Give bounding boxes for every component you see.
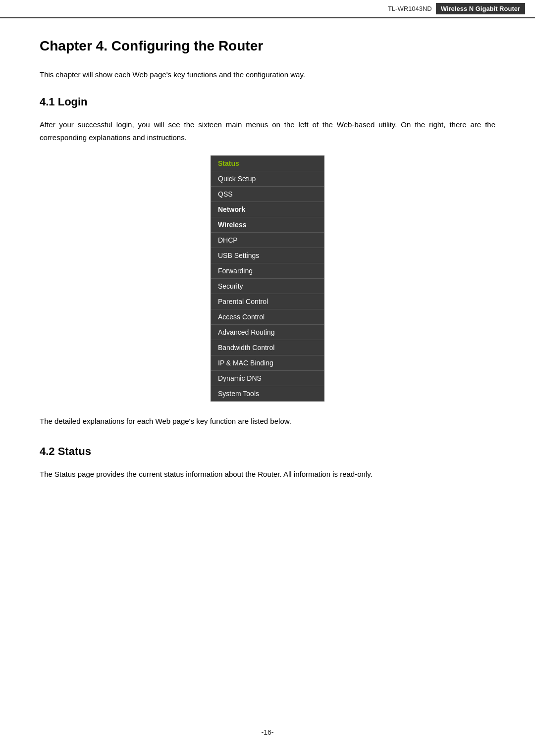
menu-screenshot: StatusQuick SetupQSSNetworkWirelessDHCPU… — [40, 155, 495, 402]
menu-item-qss[interactable]: QSS — [211, 187, 324, 202]
page-footer: -16- — [0, 728, 535, 736]
section-42-heading: 4.2 Status — [40, 445, 495, 458]
model-number: TL-WR1043ND — [388, 5, 432, 12]
menu-item-usb-settings[interactable]: USB Settings — [211, 248, 324, 263]
header: TL-WR1043ND Wireless N Gigabit Router — [0, 0, 535, 18]
menu-item-forwarding[interactable]: Forwarding — [211, 263, 324, 279]
section-42-body: The Status page provides the current sta… — [40, 468, 495, 481]
menu-item-dhcp[interactable]: DHCP — [211, 233, 324, 248]
router-menu: StatusQuick SetupQSSNetworkWirelessDHCPU… — [211, 155, 324, 402]
main-content: Chapter 4. Configuring the Router This c… — [0, 18, 535, 522]
section-41-body: After your successful login, you will se… — [40, 118, 495, 144]
menu-item-parental-control[interactable]: Parental Control — [211, 294, 324, 309]
menu-item-ip--mac-binding[interactable]: IP & MAC Binding — [211, 355, 324, 371]
section-41-heading: 4.1 Login — [40, 96, 495, 108]
menu-item-status[interactable]: Status — [211, 156, 324, 171]
product-title-badge: Wireless N Gigabit Router — [436, 3, 525, 14]
after-menu-text: The detailed explanations for each Web p… — [40, 415, 495, 427]
menu-item-access-control[interactable]: Access Control — [211, 309, 324, 325]
menu-item-bandwidth-control[interactable]: Bandwidth Control — [211, 340, 324, 355]
chapter-intro: This chapter will show each Web page's k… — [40, 69, 495, 81]
menu-item-security[interactable]: Security — [211, 279, 324, 294]
menu-item-dynamic-dns[interactable]: Dynamic DNS — [211, 371, 324, 386]
menu-item-quick-setup[interactable]: Quick Setup — [211, 171, 324, 187]
menu-item-network[interactable]: Network — [211, 202, 324, 217]
menu-item-wireless[interactable]: Wireless — [211, 217, 324, 233]
page-number: -16- — [262, 728, 274, 736]
menu-item-advanced-routing[interactable]: Advanced Routing — [211, 325, 324, 340]
menu-item-system-tools[interactable]: System Tools — [211, 386, 324, 401]
chapter-heading: Chapter 4. Configuring the Router — [40, 38, 495, 54]
